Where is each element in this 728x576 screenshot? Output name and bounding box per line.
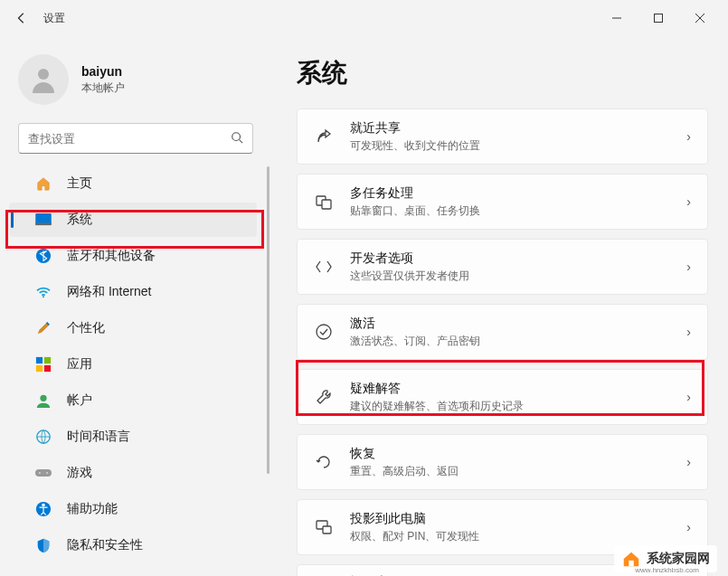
sidebar-item-label: 游戏 xyxy=(67,465,92,481)
system-icon xyxy=(34,211,52,229)
sidebar-item-apps[interactable]: 应用 xyxy=(9,347,257,382)
sidebar-item-accessibility[interactable]: 辅助功能 xyxy=(9,492,257,526)
gamepad-icon xyxy=(34,464,52,482)
page-title: 系统 xyxy=(297,56,708,90)
shield-icon xyxy=(34,536,52,554)
paintbrush-icon xyxy=(34,319,52,337)
close-button[interactable] xyxy=(679,4,721,33)
card-title: 疑难解答 xyxy=(350,381,686,397)
recovery-icon xyxy=(314,452,334,472)
svg-rect-8 xyxy=(35,223,52,226)
sidebar-item-label: 蓝牙和其他设备 xyxy=(67,248,156,264)
svg-rect-12 xyxy=(44,357,51,364)
svg-point-4 xyxy=(38,69,49,80)
sidebar-item-label: 应用 xyxy=(67,356,92,373)
chevron-right-icon: › xyxy=(686,325,691,339)
maximize-button[interactable] xyxy=(638,4,679,33)
svg-rect-1 xyxy=(655,14,663,23)
svg-point-15 xyxy=(40,395,46,401)
svg-point-18 xyxy=(39,472,41,474)
card-recovery[interactable]: 恢复 重置、高级启动、返回 › xyxy=(297,434,708,490)
user-block[interactable]: baiyun 本地帐户 xyxy=(0,47,271,123)
card-title: 开发者选项 xyxy=(350,250,686,267)
sidebar-item-label: 时间和语言 xyxy=(67,429,130,445)
svg-point-21 xyxy=(42,504,45,507)
chevron-right-icon: › xyxy=(686,260,691,274)
card-title: 多任务处理 xyxy=(350,185,686,202)
watermark-url: www.hnzkhbsb.com xyxy=(635,566,699,574)
svg-rect-28 xyxy=(629,561,634,566)
sidebar-item-label: 帐户 xyxy=(67,392,92,409)
developer-icon xyxy=(314,257,334,277)
search-box[interactable] xyxy=(18,123,253,154)
sidebar-item-home[interactable]: 主页 xyxy=(9,166,257,201)
back-button[interactable] xyxy=(7,4,36,33)
avatar xyxy=(18,54,69,105)
search-icon xyxy=(231,131,243,146)
card-title: 投影到此电脑 xyxy=(350,511,686,527)
sidebar-item-personalization[interactable]: 个性化 xyxy=(9,311,257,345)
minimize-button[interactable] xyxy=(596,4,638,33)
chevron-right-icon: › xyxy=(686,455,691,469)
sidebar-item-label: 系统 xyxy=(67,212,92,228)
app-title: 设置 xyxy=(43,11,65,26)
sidebar-item-accounts[interactable]: 帐户 xyxy=(9,383,257,418)
project-icon xyxy=(314,517,334,537)
svg-point-10 xyxy=(43,296,44,297)
card-troubleshoot[interactable]: 疑难解答 建议的疑难解答、首选项和历史记录 › xyxy=(297,369,708,425)
card-subtitle: 可发现性、收到文件的位置 xyxy=(350,138,686,154)
title-bar: 设置 xyxy=(0,0,728,36)
card-subtitle: 建议的疑难解答、首选项和历史记录 xyxy=(350,399,686,414)
svg-rect-13 xyxy=(36,365,43,372)
sidebar-item-label: 隐私和安全性 xyxy=(67,537,143,553)
svg-line-6 xyxy=(240,139,243,143)
chevron-right-icon: › xyxy=(686,194,691,209)
svg-point-19 xyxy=(46,472,48,474)
accessibility-icon xyxy=(34,500,52,518)
globe-clock-icon xyxy=(34,428,52,446)
svg-rect-26 xyxy=(323,526,331,534)
person-icon xyxy=(34,392,52,410)
wrench-icon xyxy=(314,387,334,407)
svg-rect-17 xyxy=(35,469,52,477)
sidebar-item-bluetooth[interactable]: 蓝牙和其他设备 xyxy=(9,239,257,273)
sidebar-item-label: 个性化 xyxy=(67,320,105,336)
multitask-icon xyxy=(314,192,334,212)
home-icon xyxy=(34,175,52,193)
check-circle-icon xyxy=(314,322,334,342)
share-icon xyxy=(314,127,334,146)
chevron-right-icon: › xyxy=(686,390,691,404)
sidebar-item-label: 辅助功能 xyxy=(67,501,118,517)
sidebar-item-gaming[interactable]: 游戏 xyxy=(9,456,257,490)
svg-point-5 xyxy=(232,132,241,140)
svg-rect-14 xyxy=(44,365,51,372)
card-title: 就近共享 xyxy=(350,120,686,137)
search-input[interactable] xyxy=(28,132,231,146)
card-multitasking[interactable]: 多任务处理 贴靠窗口、桌面、任务切换 › xyxy=(297,174,708,230)
card-developer[interactable]: 开发者选项 这些设置仅供开发者使用 › xyxy=(297,239,708,295)
nav-list: 主页 系统 蓝牙和其他设备 网络和 Internet 个性化 应用 xyxy=(0,166,271,576)
card-subtitle: 这些设置仅供开发者使用 xyxy=(350,269,686,284)
sidebar-scrollbar[interactable] xyxy=(267,166,269,474)
main-panel: 系统 就近共享 可发现性、收到文件的位置 › 多任务处理 贴靠窗口、桌面、任务切… xyxy=(271,36,728,576)
chevron-right-icon: › xyxy=(686,520,691,534)
card-subtitle: 激活状态、订阅、产品密钥 xyxy=(350,334,686,349)
card-nearby-sharing[interactable]: 就近共享 可发现性、收到文件的位置 › xyxy=(297,109,708,165)
window-controls xyxy=(596,4,721,33)
chevron-right-icon: › xyxy=(686,129,691,144)
card-activation[interactable]: 激活 激活状态、订阅、产品密钥 › xyxy=(297,304,708,360)
sidebar-item-label: 网络和 Internet xyxy=(67,284,151,300)
watermark: 系统家园网 www.hnzkhbsb.com xyxy=(614,545,717,572)
card-subtitle: 重置、高级启动、返回 xyxy=(350,464,686,479)
apps-icon xyxy=(34,355,52,373)
sidebar-item-system[interactable]: 系统 xyxy=(9,203,257,237)
watermark-text: 系统家园网 xyxy=(647,551,710,567)
card-subtitle: 权限、配对 PIN、可发现性 xyxy=(350,529,686,544)
sidebar-item-network[interactable]: 网络和 Internet xyxy=(9,275,257,309)
svg-point-24 xyxy=(317,325,331,339)
svg-rect-23 xyxy=(322,200,331,209)
card-subtitle: 贴靠窗口、桌面、任务切换 xyxy=(350,203,686,219)
sidebar-item-time[interactable]: 时间和语言 xyxy=(9,420,257,454)
sidebar-item-privacy[interactable]: 隐私和安全性 xyxy=(9,528,257,562)
bluetooth-icon xyxy=(34,247,52,265)
